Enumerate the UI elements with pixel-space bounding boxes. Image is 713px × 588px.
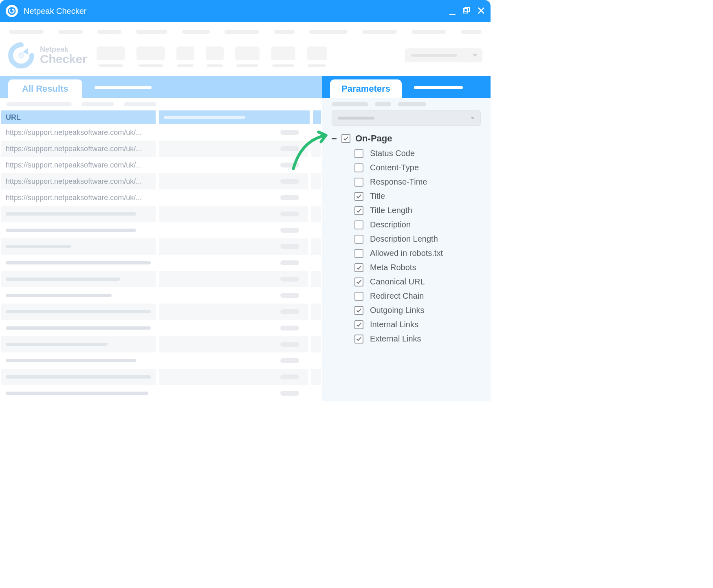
param-item[interactable]: Title <box>354 192 481 201</box>
param-item[interactable]: Title Length <box>354 206 481 215</box>
right-tab-placeholder[interactable] <box>414 86 463 89</box>
checkbox[interactable] <box>354 178 363 187</box>
minimize-icon[interactable]: – <box>449 8 456 19</box>
param-item[interactable]: Meta Robots <box>354 263 481 272</box>
url-cell: https://support.netpeaksoftware.com/uk/.… <box>6 177 142 186</box>
svg-point-1 <box>12 9 14 10</box>
table-row[interactable]: https://support.netpeaksoftware.com/uk/.… <box>0 141 322 157</box>
table-row[interactable]: https://support.netpeaksoftware.com/uk/.… <box>0 189 322 206</box>
url-cell: https://support.netpeaksoftware.com/uk/.… <box>6 161 142 170</box>
table-row[interactable] <box>0 385 322 401</box>
param-label: Content-Type <box>370 163 419 172</box>
table-row[interactable] <box>0 287 322 304</box>
param-item[interactable]: Response-Time <box>354 177 481 187</box>
checkbox[interactable] <box>354 192 363 201</box>
param-label: Status Code <box>370 149 415 158</box>
checkbox[interactable] <box>354 249 363 258</box>
collapse-icon[interactable] <box>332 138 337 139</box>
checkbox[interactable] <box>354 320 363 329</box>
param-item[interactable]: Redirect Chain <box>354 291 481 301</box>
table-row[interactable] <box>0 369 322 385</box>
checkbox[interactable] <box>354 263 363 272</box>
checkbox[interactable] <box>354 163 363 172</box>
table-row[interactable] <box>0 320 322 336</box>
param-label: External Links <box>370 334 421 344</box>
param-label: Description Length <box>370 234 438 244</box>
table-row[interactable] <box>0 222 322 238</box>
param-label: Internal Links <box>370 320 418 329</box>
results-rows: https://support.netpeaksoftware.com/uk/.… <box>0 124 322 401</box>
window-titlebar: Netpeak Checker – <box>0 0 491 22</box>
svg-rect-3 <box>465 7 469 12</box>
checkbox[interactable] <box>354 220 363 229</box>
left-tabs: All Results <box>0 76 322 98</box>
param-item[interactable]: Content-Type <box>354 163 481 172</box>
param-label: Title <box>370 192 385 201</box>
param-item[interactable]: Status Code <box>354 149 481 158</box>
url-cell: https://support.netpeaksoftware.com/uk/.… <box>6 194 142 202</box>
table-row[interactable] <box>0 336 322 352</box>
url-cell: https://support.netpeaksoftware.com/uk/.… <box>6 128 142 137</box>
param-label: Redirect Chain <box>370 291 424 301</box>
param-label: Title Length <box>370 206 412 215</box>
param-item[interactable]: Internal Links <box>354 320 481 329</box>
param-item[interactable]: Description <box>354 220 481 229</box>
app-icon <box>6 5 18 17</box>
window-title: Netpeak Checker <box>24 7 449 16</box>
logo-text-line2: Checker <box>40 53 87 65</box>
checkbox[interactable] <box>354 277 363 286</box>
checkbox[interactable] <box>354 292 363 301</box>
checkbox-on-page[interactable] <box>341 134 350 143</box>
param-item[interactable]: Allowed in robots.txt <box>354 249 481 258</box>
table-row[interactable] <box>0 238 322 255</box>
param-item[interactable]: External Links <box>354 334 481 344</box>
table-row[interactable]: https://support.netpeaksoftware.com/uk/.… <box>0 157 322 173</box>
param-group-on-page[interactable]: On-Page <box>332 133 481 144</box>
parameters-search[interactable] <box>332 110 481 126</box>
table-row[interactable] <box>0 206 322 222</box>
table-row[interactable]: https://support.netpeaksoftware.com/uk/.… <box>0 173 322 189</box>
checkbox[interactable] <box>354 235 363 244</box>
left-tab-placeholder[interactable] <box>95 86 152 89</box>
table-row[interactable] <box>0 271 322 287</box>
param-label: Response-Time <box>370 177 427 187</box>
column-header-placeholder-2[interactable] <box>313 110 321 124</box>
param-label: Allowed in robots.txt <box>370 249 443 258</box>
url-cell: https://support.netpeaksoftware.com/uk/.… <box>6 145 142 153</box>
header-dropdown[interactable] <box>405 48 482 62</box>
param-label: Description <box>370 220 411 229</box>
tab-parameters[interactable]: Parameters <box>330 79 402 98</box>
param-label: Meta Robots <box>370 263 416 272</box>
param-item[interactable]: Outgoing Links <box>354 306 481 315</box>
group-label: On-Page <box>355 133 392 144</box>
close-icon[interactable] <box>478 7 485 15</box>
param-item[interactable]: Description Length <box>354 234 481 244</box>
table-row[interactable] <box>0 304 322 320</box>
column-header-url[interactable]: URL <box>1 110 156 124</box>
column-header-placeholder[interactable] <box>159 110 310 124</box>
right-tabs: Parameters <box>322 76 491 98</box>
table-row[interactable]: https://support.netpeaksoftware.com/uk/.… <box>0 124 322 141</box>
menubar <box>0 22 491 39</box>
table-header: URL <box>0 110 322 124</box>
param-item[interactable]: Canonical URL <box>354 277 481 286</box>
maximize-icon[interactable] <box>463 7 470 15</box>
app-logo: Netpeak Checker <box>8 42 87 68</box>
svg-point-5 <box>18 52 24 59</box>
checkbox[interactable] <box>354 206 363 215</box>
checkbox[interactable] <box>354 306 363 315</box>
param-label: Outgoing Links <box>370 306 424 315</box>
table-row[interactable] <box>0 255 322 271</box>
checkbox[interactable] <box>354 149 363 158</box>
param-label: Canonical URL <box>370 277 425 286</box>
checkbox[interactable] <box>354 335 363 344</box>
app-header: Netpeak Checker <box>0 39 491 76</box>
table-row[interactable] <box>0 352 322 369</box>
tab-all-results[interactable]: All Results <box>8 79 82 98</box>
svg-rect-2 <box>463 9 468 13</box>
